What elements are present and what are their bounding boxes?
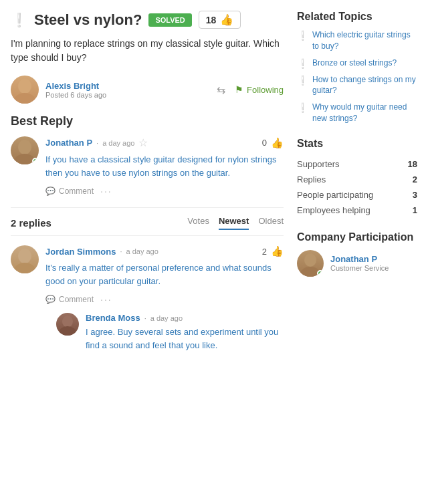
sort-votes-tab[interactable]: Votes bbox=[187, 216, 209, 230]
best-reply-card: Jonathan P · a day ago ☆ 0 👍 If you have… bbox=[11, 136, 284, 197]
best-reply-comment-button[interactable]: 💬 Comment bbox=[45, 186, 94, 196]
stats-value-0: 18 bbox=[404, 156, 417, 172]
svg-point-5 bbox=[14, 263, 35, 273]
related-item-1: ❕ Bronze or steel strings? bbox=[297, 57, 417, 69]
stats-row-1: Replies 2 bbox=[297, 172, 417, 187]
nested-reply-1-time: a day ago bbox=[150, 314, 183, 322]
related-link-2[interactable]: How to change strings on my guitar? bbox=[312, 74, 417, 97]
svg-point-0 bbox=[18, 79, 31, 94]
follow-button[interactable]: ⚑ Following bbox=[235, 84, 284, 95]
stats-row-3: Employees helping 1 bbox=[297, 203, 417, 218]
related-bullet-0: ❕ bbox=[297, 30, 308, 41]
reply-1-time-val: a day ago bbox=[126, 247, 158, 255]
best-reply-author[interactable]: Jonathan P bbox=[45, 138, 92, 148]
company-person-name[interactable]: Jonathan P bbox=[330, 254, 389, 264]
comment-bubble-icon: 💬 bbox=[45, 186, 56, 196]
author-avatar bbox=[11, 76, 39, 104]
company-title: Company Participation bbox=[297, 231, 417, 243]
stats-label-2: People participating bbox=[297, 187, 404, 203]
related-bullet-3: ❕ bbox=[297, 102, 308, 113]
nested-reply-1-content: Brenda Moss · a day ago I agree. Buy sev… bbox=[86, 313, 284, 352]
related-bullet-1: ❕ bbox=[297, 58, 308, 69]
stats-label-3: Employees helping bbox=[297, 203, 404, 218]
stats-table: Supporters 18 Replies 2 People participa… bbox=[297, 156, 417, 218]
related-item-3: ❕ Why would my guitar need new strings? bbox=[297, 102, 417, 124]
nested-reply-1-author[interactable]: Brenda Moss bbox=[86, 313, 140, 323]
related-topics-list: ❕ Which electric guitar strings to buy? … bbox=[297, 29, 417, 124]
related-topics-title: Related Topics bbox=[297, 11, 417, 23]
sort-newest-tab[interactable]: Newest bbox=[219, 216, 249, 230]
best-reply-time: · bbox=[96, 139, 98, 147]
question-body: I'm planning to replace strings on my cl… bbox=[11, 37, 284, 65]
svg-point-6 bbox=[62, 316, 73, 328]
reply-1-card: Jordan Simmons · a day ago 2 👍 It's real… bbox=[11, 245, 284, 352]
stats-label-0: Supporters bbox=[297, 156, 404, 172]
author-row: Alexis Bright Posted 6 days ago ⇆ ⚑ Foll… bbox=[11, 76, 284, 104]
replies-header: 2 replies Votes Newest Oldest bbox=[11, 216, 284, 236]
best-reply-more-button[interactable]: ··· bbox=[100, 186, 112, 197]
related-link-1[interactable]: Bronze or steel strings? bbox=[312, 57, 397, 69]
stats-section: Stats Supporters 18 Replies 2 People par… bbox=[297, 138, 417, 218]
share-icon[interactable]: ⇆ bbox=[217, 84, 225, 96]
company-person: Jonathan P Customer Service bbox=[297, 250, 417, 277]
best-reply-actions: 💬 Comment ··· bbox=[45, 186, 284, 197]
reply-1-comment-bubble-icon: 💬 bbox=[45, 295, 56, 304]
reply-1-header-row: Jordan Simmons · a day ago 2 👍 bbox=[45, 245, 284, 257]
page-title: Steel vs nylon? bbox=[34, 11, 142, 29]
related-item-0: ❕ Which electric guitar strings to buy? bbox=[297, 29, 417, 52]
stats-row-2: People participating 3 bbox=[297, 187, 417, 203]
best-reply-header: Best Reply bbox=[11, 114, 284, 128]
stats-value-1: 2 bbox=[404, 172, 417, 187]
reply-1-comment-label: Comment bbox=[59, 295, 94, 304]
nested-reply-1-avatar bbox=[56, 313, 79, 336]
svg-point-7 bbox=[59, 326, 76, 336]
vote-box[interactable]: 18 👍 bbox=[199, 11, 241, 29]
svg-point-4 bbox=[18, 249, 31, 263]
company-section: Company Participation Jonathan P Custome… bbox=[297, 231, 417, 277]
best-reply-vote: 0 👍 bbox=[262, 137, 284, 149]
reply-1-avatar bbox=[11, 245, 39, 273]
reply-1-author[interactable]: Jordan Simmons bbox=[45, 247, 116, 257]
reply-1-comment-button[interactable]: 💬 Comment bbox=[45, 295, 94, 304]
vote-thumb-icon: 👍 bbox=[220, 13, 233, 26]
author-left: Alexis Bright Posted 6 days ago bbox=[11, 76, 106, 104]
follow-label: Following bbox=[247, 85, 284, 95]
related-link-0[interactable]: Which electric guitar strings to buy? bbox=[312, 29, 417, 52]
stats-value-2: 3 bbox=[404, 187, 417, 203]
reply-1-vote: 2 👍 bbox=[262, 245, 284, 257]
sort-oldest-tab[interactable]: Oldest bbox=[258, 216, 284, 230]
best-reply-comment-label: Comment bbox=[59, 186, 94, 196]
nested-reply-1: Brenda Moss · a day ago I agree. Buy sev… bbox=[56, 313, 284, 352]
reply-1-thumb-icon[interactable]: 👍 bbox=[271, 245, 284, 257]
best-reply-thumb-icon[interactable]: 👍 bbox=[271, 137, 284, 149]
company-online-indicator bbox=[317, 270, 324, 277]
best-reply-author-row: Jonathan P · a day ago ☆ bbox=[45, 136, 148, 149]
stats-title: Stats bbox=[297, 138, 417, 150]
replies-count: 2 replies bbox=[11, 217, 51, 229]
related-item-2: ❕ How to change strings on my guitar? bbox=[297, 74, 417, 97]
reply-1-actions: 💬 Comment ··· bbox=[45, 294, 284, 305]
author-name[interactable]: Alexis Bright bbox=[45, 81, 106, 91]
best-reply-header-row: Jonathan P · a day ago ☆ 0 👍 bbox=[45, 136, 284, 149]
reply-1-more-button[interactable]: ··· bbox=[100, 294, 112, 305]
solved-badge: SOLVED bbox=[148, 13, 191, 27]
title-row: ❕ Steel vs nylon? SOLVED 18 👍 bbox=[11, 11, 284, 29]
best-reply-text: If you have a classical style guitar des… bbox=[45, 153, 284, 179]
reply-1-author-row: Jordan Simmons · a day ago bbox=[45, 247, 158, 257]
company-avatar bbox=[297, 250, 324, 277]
author-posted: Posted 6 days ago bbox=[45, 91, 106, 99]
related-bullet-2: ❕ bbox=[297, 75, 308, 86]
best-reply-avatar bbox=[11, 136, 39, 164]
main-content: ❕ Steel vs nylon? SOLVED 18 👍 I'm planni… bbox=[11, 11, 284, 362]
star-icon[interactable]: ☆ bbox=[138, 136, 148, 149]
online-indicator bbox=[32, 158, 39, 164]
title-icon: ❕ bbox=[11, 12, 27, 28]
company-person-role: Customer Service bbox=[330, 264, 389, 272]
reply-1-vote-count: 2 bbox=[262, 247, 267, 257]
author-info: Alexis Bright Posted 6 days ago bbox=[45, 81, 106, 99]
nested-reply-1-text: I agree. Buy several sets and experiment… bbox=[86, 326, 284, 352]
nested-reply-1-header: Brenda Moss · a day ago bbox=[86, 313, 284, 323]
related-link-3[interactable]: Why would my guitar need new strings? bbox=[312, 102, 417, 124]
reply-1-content: Jordan Simmons · a day ago 2 👍 It's real… bbox=[45, 245, 284, 352]
stats-value-3: 1 bbox=[404, 203, 417, 218]
